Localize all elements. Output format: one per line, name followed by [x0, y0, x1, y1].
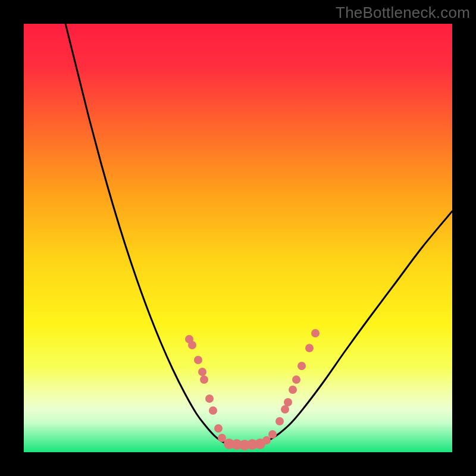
data-marker — [200, 375, 208, 384]
data-marker — [209, 406, 217, 415]
chart-frame: TheBottleneck.com — [0, 0, 476, 476]
data-marker — [284, 398, 292, 406]
series-group — [65, 24, 452, 445]
data-marker — [188, 341, 196, 349]
data-marker — [268, 430, 277, 439]
curve-layer — [24, 24, 452, 452]
data-marker — [305, 344, 314, 352]
data-marker — [298, 362, 306, 370]
watermark-text: TheBottleneck.com — [336, 4, 470, 22]
data-marker — [275, 417, 284, 425]
data-marker — [289, 386, 297, 394]
data-marker — [292, 375, 300, 384]
plot-area — [24, 24, 452, 452]
data-marker — [281, 405, 289, 414]
data-marker — [311, 329, 320, 337]
bottleneck-curve — [65, 24, 452, 445]
data-marker — [262, 436, 271, 444]
data-marker — [205, 394, 214, 403]
data-marker — [214, 424, 223, 433]
markers-group — [185, 329, 320, 450]
data-marker — [198, 368, 206, 376]
data-marker — [194, 356, 202, 364]
